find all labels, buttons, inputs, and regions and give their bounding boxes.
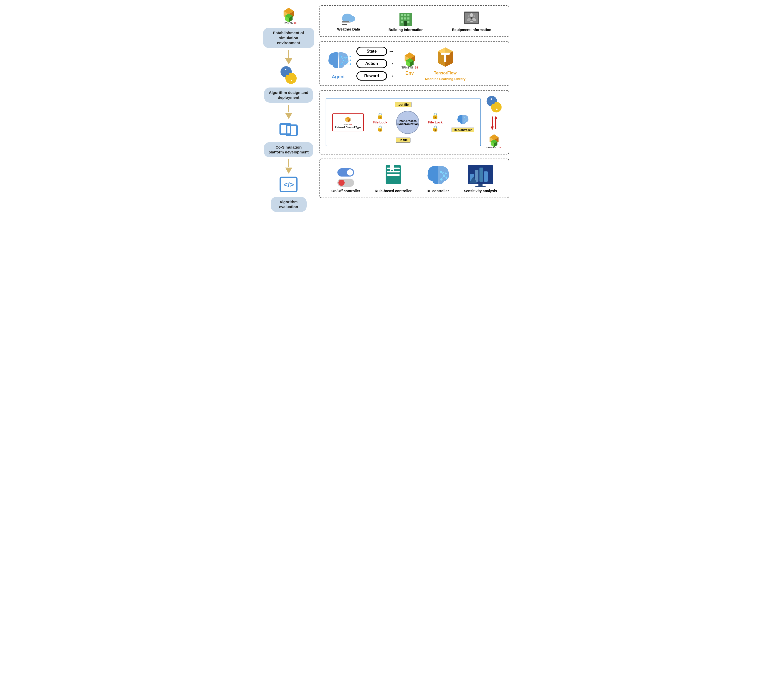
svg-marker-93 [494, 116, 497, 119]
step-label-algo-eval: Algorithm evaluation [271, 197, 307, 212]
weather-label: Weather Data [337, 27, 360, 31]
step-algo-eval: </> Algorithm evaluation [271, 174, 307, 214]
svg-rect-34 [407, 21, 409, 23]
panel-cosim: .out file TRNSYS 18 [319, 90, 509, 154]
svg-text:TRNSYS: TRNSYS [402, 66, 413, 69]
arrow-2 [285, 105, 292, 120]
svg-point-56 [350, 56, 351, 57]
onoff-label: On/Off controller [332, 189, 360, 193]
filelock-label-right: File Lock [428, 120, 443, 124]
tensorflow-area: TensorFlow Machine Learning Library [425, 46, 466, 81]
svg-point-81 [465, 121, 465, 122]
in-file-row: .in file [329, 138, 478, 143]
svg-text:</>: </> [284, 180, 294, 189]
svg-text:TRNSYS: TRNSYS [343, 123, 350, 125]
svg-rect-30 [401, 18, 403, 20]
lock-icon-right-closed: 🔒 [432, 125, 439, 132]
lock-icon-left-closed: 🔒 [377, 125, 384, 132]
cosim-right-stack: TRNSYS 18 [485, 95, 503, 149]
panel-sim-env: Weather Data Building Infor [319, 5, 509, 37]
step-label-cosim: Co-Simulation platform development [264, 142, 313, 157]
action-row: Action → [357, 59, 394, 68]
rl-ctrl-label: RL Controller [451, 128, 474, 132]
svg-rect-33 [401, 21, 403, 23]
step-label-algo-design: Algorithm design and deployment [264, 87, 313, 103]
svg-rect-123 [478, 184, 483, 186]
svg-rect-119 [475, 170, 478, 182]
toggle-blue [337, 168, 354, 177]
svg-rect-28 [404, 14, 406, 16]
env-label: Env [406, 70, 414, 76]
step-label-sim-env: Establishment of simulation environment [263, 28, 314, 48]
trnsys-env-area: TRNSYS 18 Env [399, 51, 420, 76]
svg-rect-121 [484, 171, 487, 182]
sens-label: Sensitivity analysis [464, 189, 497, 193]
svg-point-15 [291, 80, 292, 81]
svg-rect-124 [475, 186, 486, 187]
reward-arrow: → [389, 73, 394, 79]
agent-area: Agent [325, 48, 351, 80]
svg-text:18: 18 [498, 146, 501, 149]
cosim-inner: TRNSYS 18 External Control Type 🔓 File L… [329, 111, 478, 134]
cosim-diagram: .out file TRNSYS 18 [325, 98, 481, 146]
svg-point-14 [285, 69, 286, 70]
svg-rect-27 [401, 14, 403, 16]
svg-rect-104 [387, 171, 400, 172]
step-sim-env: TRNSYS 18 Establishment of simulation en… [263, 5, 314, 50]
cosim-box: .out file TRNSYS 18 [325, 98, 481, 146]
panel-rl: Agent State → Action → Reward → [319, 41, 509, 86]
python-icon [278, 65, 299, 85]
eval-sensitivity: Sensitivity analysis [464, 165, 497, 193]
left-column: TRNSYS 18 Establishment of simulation en… [263, 5, 314, 214]
equipment-label: Equipment Information [452, 28, 491, 32]
trnsys-ext-box: TRNSYS 18 External Control Type [332, 113, 364, 131]
svg-rect-105 [387, 174, 400, 176]
agent-label: Agent [332, 74, 345, 80]
out-file-label: .out file [395, 102, 412, 107]
rule-label: Rule-based controller [375, 189, 412, 193]
env-building: Building Information [388, 10, 424, 32]
arrow-3 [285, 159, 292, 174]
toggle-red-row [337, 179, 354, 187]
toggle-group [337, 168, 354, 187]
svg-point-39 [470, 13, 473, 18]
code-icon: </> [278, 174, 299, 195]
svg-rect-32 [407, 18, 409, 20]
tf-label: TensorFlow [434, 71, 456, 75]
filelock-label-left: File Lock [373, 120, 387, 124]
rl-label: RL controller [427, 189, 449, 193]
toggle-red [337, 179, 354, 187]
red-double-arrows [490, 115, 498, 131]
rl-signals: State → Action → Reward → [357, 47, 394, 80]
reward-row: Reward → [357, 71, 394, 80]
svg-rect-35 [404, 21, 407, 26]
main-layout: TRNSYS 18 Establishment of simulation en… [263, 5, 509, 214]
svg-point-21 [347, 16, 355, 22]
in-file-label: .in file [396, 138, 411, 143]
panel-eval: On/Off controller Rule-based controller [319, 159, 509, 198]
state-pill: State [357, 47, 387, 56]
svg-text:18: 18 [294, 21, 297, 25]
eval-rule: Rule-based controller [375, 164, 412, 193]
svg-point-88 [491, 98, 492, 100]
env-equipment: Equipment Information [452, 10, 491, 32]
state-arrow: → [389, 48, 394, 55]
file-lock-right: 🔓 File Lock 🔒 [428, 113, 443, 132]
action-pill: Action [357, 59, 387, 68]
tf-sublabel: Machine Learning Library [425, 77, 466, 81]
step-algo-design: Algorithm design and deployment [264, 65, 313, 105]
out-file-row: .out file [329, 102, 478, 107]
building-label: Building Information [388, 28, 424, 32]
svg-text:18: 18 [350, 123, 352, 125]
action-arrow: → [389, 60, 394, 67]
svg-rect-29 [407, 14, 409, 16]
svg-rect-120 [479, 167, 483, 182]
cosim-icon [278, 120, 299, 140]
svg-rect-31 [404, 18, 406, 20]
svg-marker-91 [491, 126, 494, 130]
svg-text:18: 18 [415, 66, 418, 69]
svg-text:TRNSYS: TRNSYS [282, 21, 293, 25]
rl-ctrl-area: RL Controller [451, 112, 474, 132]
arrow-1 [285, 50, 292, 65]
svg-point-54 [350, 59, 351, 61]
